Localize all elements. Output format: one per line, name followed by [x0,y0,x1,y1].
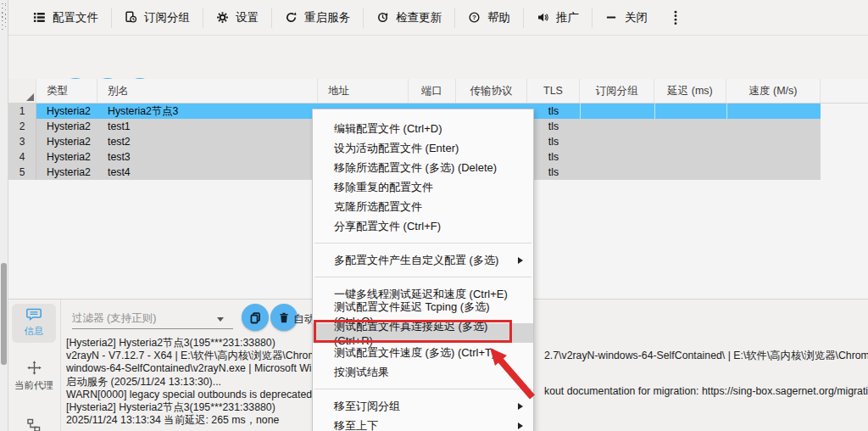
copy-log-button[interactable] [242,304,269,331]
cell-group [580,119,654,134]
cell-speed [726,165,821,180]
cell-tls: tls [527,165,580,180]
kebab-menu-icon [672,10,679,25]
menu-item-label: 移至订阅分组 [334,399,400,414]
cell-alias: test4 [97,165,318,180]
toolbar-more-button[interactable] [660,5,691,31]
cell-type: Hysteria2 [36,104,97,119]
log-panel-sidebar: 信息 当前代理 [8,299,61,431]
left-splitter-strip[interactable] [0,0,8,431]
toolbar-button-settings[interactable]: 设置 [203,5,271,31]
toolbar-button-label: 配置文件 [53,10,98,25]
cell-type: Hysteria2 [36,119,97,134]
toolbar-button-close[interactable]: 关闭 [593,5,660,31]
menu-item-label: 编辑配置文件 (Ctrl+D) [334,121,442,137]
log-line-continuation: 2.7\v2rayN-windows-64-SelfContained\ | E… [544,349,868,363]
chevron-down-icon[interactable] [217,317,224,322]
menu-item-label: 按测试结果 [334,365,389,380]
cell-tls: tls [527,149,580,165]
cell-speed [726,119,821,134]
tab-label: 信息 [12,325,56,338]
strip-scrollbar-thumb[interactable] [1,263,7,365]
toolbar-button-label: 帮助 [487,10,510,25]
select-all-corner[interactable] [8,79,36,103]
menu-item-move-up-down[interactable]: 移至上下 [313,416,533,431]
column-header-delay[interactable]: 延迟 (ms) [654,79,726,103]
cell-speed [726,149,821,165]
tab-info[interactable]: 信息 [12,304,56,343]
toolbar-button-help[interactable]: ? 帮助 [455,5,523,31]
restart-icon [285,11,298,24]
cell-tls: tls [527,134,580,149]
toolbar-button-profiles[interactable]: 配置文件 [20,5,111,31]
cell-speed [726,134,821,149]
tab-current-proxy[interactable]: 当前代理 [12,361,56,392]
log-line: [Hysteria2] Hysteria2节点3(195***231:33880… [66,401,314,414]
menu-item-edit-profile[interactable]: 编辑配置文件 (Ctrl+D) [313,119,533,138]
menu-item-set-active-profile[interactable]: 设为活动配置文件 (Enter) [313,138,533,158]
column-header-port[interactable]: 端口 [409,79,456,103]
v2rayn-window: 配置文件 订阅分组 设置 重启服务 检查更新 ? 帮助 推广 [0,0,868,431]
menu-item-remove-duplicates[interactable]: 移除重复的配置文件 [313,177,533,197]
drag-grip-icon[interactable] [2,3,6,31]
menu-item-remove-selected[interactable]: 移除所选配置文件 (多选) (Delete) [313,158,533,177]
column-header-subscription-group[interactable]: 订阅分组 [580,79,654,103]
log-line: 2025/11/24 13:13:34 当前延迟: 265 ms，none [66,414,314,427]
cell-delay [654,104,726,119]
combobox-underline [72,328,233,329]
menu-item-share-profile[interactable]: 分享配置文件 (Ctrl+F) [313,216,533,236]
row-number: 1 [8,104,36,119]
cell-alias: Hysteria2节点3 [97,104,318,119]
toolbar-button-promote[interactable]: 推广 [524,5,592,31]
toolbar-button-label: 订阅分组 [144,10,190,25]
cell-delay [654,134,726,149]
log-line: [Hysteria2] Hysteria2节点3(195***231:33880… [66,337,314,350]
cell-delay [654,165,726,180]
toolbar-button-label: 推广 [556,10,579,25]
column-header-speed[interactable]: 速度 (M/s) [726,79,821,103]
menu-item-label: 克隆所选配置文件 [334,199,422,215]
main-toolbar: 配置文件 订阅分组 设置 重启服务 检查更新 ? 帮助 推广 [8,0,868,36]
column-header-type[interactable]: 类型 [36,79,97,103]
toolbar-button-subscriptions[interactable]: 订阅分组 [112,5,203,31]
submenu-arrow-icon [518,257,523,264]
cell-delay [654,119,726,134]
column-header-transport[interactable]: 传输协议 [456,79,527,103]
row-number: 4 [8,149,36,165]
nodes-icon [26,418,42,431]
cell-speed [726,104,821,119]
log-line: v2rayN - V7.12.7 - X64 | E:\软件\高内核\浏览器\C… [66,350,314,362]
cell-type: Hysteria2 [36,165,97,180]
copy-icon [249,311,262,324]
table-header-row: 类型 别名 地址 端口 传输协议 TLS 订阅分组 延迟 (ms) 速度 (M/… [8,79,868,104]
tab-connections[interactable] [12,418,56,431]
subscription-group-icon [125,11,137,24]
cell-alias: test3 [97,149,318,165]
toolbar-button-label: 设置 [236,10,259,25]
profiles-icon [33,11,46,24]
menu-item-custom-config[interactable]: 多配置文件产生自定义配置 (多选) [313,250,533,270]
column-header-address[interactable]: 地址 [318,79,409,103]
row-number: 5 [8,165,36,180]
cell-group [580,165,654,180]
cell-tls: tls [527,104,580,119]
trash-icon [278,311,290,324]
log-line: windows-64-SelfContained\v2rayN.exe | Mi… [66,362,314,375]
menu-item-label: 测试配置文件速度 (多选) (Ctrl+T) [334,345,495,361]
move-arrows-icon [27,361,42,375]
menu-item-label: 移除所选配置文件 (多选) (Delete) [334,160,497,176]
toolbar-button-check-update[interactable]: 检查更新 [364,5,454,31]
menu-item-label: 多配置文件产生自定义配置 (多选) [334,253,498,268]
column-header-alias[interactable]: 别名 [97,79,318,103]
log-filter-combobox[interactable]: 过滤器 (支持正则) [72,311,156,326]
profile-filter-bar: 所有 [8,36,868,79]
toolbar-button-restart-service[interactable]: 重启服务 [272,5,363,31]
menu-item-clone-selected[interactable]: 克隆所选配置文件 [313,197,533,216]
cell-type: Hysteria2 [36,134,97,149]
row-number: 3 [8,134,36,149]
column-header-tls[interactable]: TLS [527,79,580,103]
log-output[interactable]: [Hysteria2] Hysteria2节点3(195***231:33880… [66,337,314,430]
menu-item-label: 移除重复的配置文件 [334,180,433,195]
menu-separator [314,277,531,277]
check-update-icon [376,11,389,24]
